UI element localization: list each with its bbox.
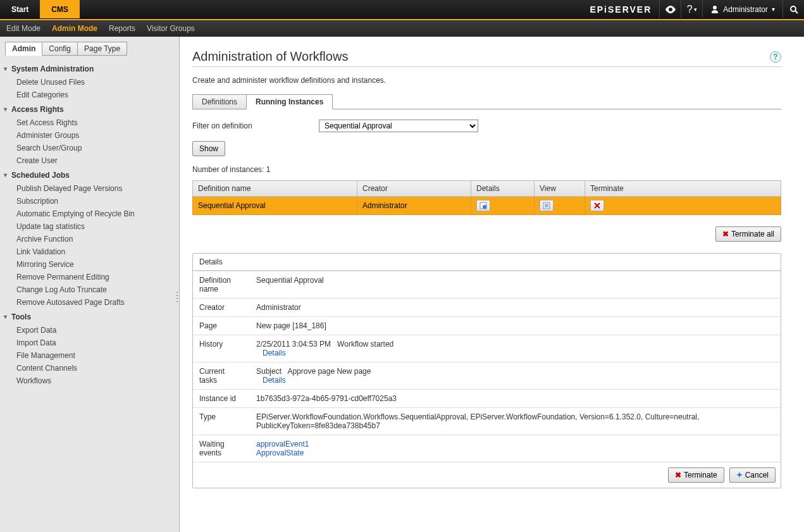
terminate-all-button[interactable]: ✖ Terminate all <box>715 226 781 242</box>
user-icon <box>710 5 719 14</box>
tab-cms[interactable]: CMS <box>40 0 80 18</box>
sidebar-tabs: Admin Config Page Type <box>5 42 174 56</box>
details-panel: Details Definition name Sequential Appro… <box>192 253 781 488</box>
sidebar-item[interactable]: Remove Permanent Editing <box>0 271 179 283</box>
terminate-button[interactable]: ✖ Terminate <box>668 467 724 483</box>
subnav-visitor-groups[interactable]: Visitor Groups <box>147 24 195 33</box>
sidebar-item[interactable]: Mirroring Service <box>0 258 179 271</box>
details-title: Details <box>193 254 781 271</box>
sidebar-item[interactable]: Change Log Auto Truncate <box>0 283 179 296</box>
sidebar-item[interactable]: Update tag statistics <box>0 220 179 233</box>
page-subtitle: Create and administer workflow definitio… <box>192 76 781 85</box>
filter-select[interactable]: Sequential Approval <box>319 120 478 132</box>
sidebar-item[interactable]: Workflows <box>0 374 179 387</box>
tab-running-instances[interactable]: Running Instances <box>246 94 333 109</box>
sidebar-item[interactable]: Delete Unused Files <box>0 76 179 89</box>
cancel-button[interactable]: ✦ Cancel <box>729 467 776 483</box>
sidebar-item[interactable]: Link Validation <box>0 245 179 258</box>
sidebar-item[interactable]: Archive Function <box>0 233 179 245</box>
detail-waiting-label: Waiting events <box>193 435 250 462</box>
col-terminate: Terminate <box>585 181 781 197</box>
history-details-link[interactable]: Details <box>263 349 286 357</box>
tab-start[interactable]: Start <box>0 0 40 18</box>
sidebar-group-head[interactable]: System Administration <box>0 61 179 76</box>
sidebar-tab-config[interactable]: Config <box>42 42 78 56</box>
detail-waiting: approvalEvent1 ApprovalState <box>250 435 781 462</box>
sidebar-group-head[interactable]: Scheduled Jobs <box>0 167 179 182</box>
tab-definitions[interactable]: Definitions <box>192 94 247 109</box>
x-icon: ✖ <box>675 471 681 479</box>
subnav-admin-mode[interactable]: Admin Mode <box>52 24 97 33</box>
col-view: View <box>535 181 585 197</box>
detail-instance: 1b7635d3-972a-4b65-9791-cd0eff7025a3 <box>250 390 781 408</box>
subnav-edit-mode[interactable]: Edit Mode <box>6 24 40 33</box>
app-tabs: Start CMS <box>0 0 80 18</box>
page-title: Administration of Workflows <box>192 49 770 64</box>
col-details: Details <box>471 181 535 197</box>
topbar: Start CMS EPiSERVER ? ▾ Administrator ▾ <box>0 0 804 19</box>
sidebar-tab-page-type[interactable]: Page Type <box>77 42 127 56</box>
detail-page-label: Page <box>193 317 250 335</box>
sidebar-item[interactable]: Remove Autosaved Page Drafts <box>0 296 179 309</box>
sidebar-drag-handle[interactable] <box>175 285 180 310</box>
sidebar-item[interactable]: Administer Groups <box>0 129 179 142</box>
cell-definition-name: Sequential Approval <box>193 197 357 215</box>
col-creator: Creator <box>357 181 471 197</box>
sidebar-group-head[interactable]: Access Rights <box>0 101 179 116</box>
sidebar-item[interactable]: Export Data <box>0 324 179 337</box>
cancel-label: Cancel <box>745 471 769 479</box>
sidebar-item[interactable]: Set Access Rights <box>0 116 179 129</box>
subnav-reports[interactable]: Reports <box>109 24 135 33</box>
col-definition-name: Definition name <box>193 181 357 197</box>
sidebar-item[interactable]: Content Channels <box>0 362 179 374</box>
detail-type: EPiServer.WorkflowFoundation.Workflows.S… <box>250 408 781 435</box>
filter-label: Filter on definition <box>192 121 319 130</box>
detail-tasks-label: Current tasks <box>193 362 250 390</box>
sidebar-item[interactable]: File Management <box>0 349 179 362</box>
waiting-event-1-link[interactable]: approvalEvent1 <box>256 440 309 448</box>
svg-rect-5 <box>545 204 548 207</box>
search-icon[interactable] <box>782 0 804 18</box>
help-icon[interactable]: ? ▾ <box>681 0 702 18</box>
detail-creator: Administrator <box>250 299 781 317</box>
eye-icon[interactable] <box>659 0 681 18</box>
sidebar-item[interactable]: Edit Categories <box>0 89 179 101</box>
svg-point-3 <box>483 205 486 209</box>
sidebar-item[interactable]: Automatic Emptying of Recycle Bin <box>0 207 179 220</box>
topbar-right: EPiSERVER ? ▾ Administrator ▾ <box>582 0 804 18</box>
sidebar: Admin Config Page Type System Administra… <box>0 37 180 532</box>
instance-table: Definition name Creator Details View Ter… <box>192 180 781 215</box>
x-icon: ✖ <box>722 230 729 238</box>
cell-creator: Administrator <box>357 197 471 215</box>
detail-type-label: Type <box>193 408 250 435</box>
svg-line-1 <box>795 11 798 13</box>
sidebar-item[interactable]: Publish Delayed Page Versions <box>0 182 179 195</box>
show-button[interactable]: Show <box>192 141 225 156</box>
view-icon[interactable] <box>540 200 554 211</box>
page-help-icon[interactable]: ? <box>770 51 781 63</box>
svg-point-0 <box>791 6 796 11</box>
detail-history-label: History <box>193 335 250 362</box>
main-content: Administration of Workflows ? Create and… <box>180 37 804 532</box>
waiting-event-2-link[interactable]: ApprovalState <box>256 448 304 457</box>
logo: EPiSERVER <box>582 4 659 15</box>
detail-history: 2/25/2011 3:04:53 PM Workflow started De… <box>250 335 781 362</box>
terminate-icon[interactable] <box>590 200 604 211</box>
details-icon[interactable] <box>476 200 490 211</box>
sidebar-tab-admin[interactable]: Admin <box>5 42 42 56</box>
detail-instance-label: Instance id <box>193 390 250 408</box>
sidebar-item[interactable]: Import Data <box>0 337 179 349</box>
terminate-all-label: Terminate all <box>731 230 774 238</box>
instance-count: Number of instances: 1 <box>192 165 781 174</box>
sidebar-group-head[interactable]: Tools <box>0 309 179 324</box>
detail-page: New page [184_186] <box>250 317 781 335</box>
sidebar-item[interactable]: Create User <box>0 154 179 167</box>
cancel-icon: ✦ <box>736 471 743 479</box>
detail-creator-label: Creator <box>193 299 250 317</box>
user-name-label: Administrator <box>723 5 768 14</box>
sidebar-item[interactable]: Search User/Group <box>0 142 179 154</box>
sidebar-item[interactable]: Subscription <box>0 195 179 207</box>
user-menu[interactable]: Administrator ▾ <box>702 0 782 18</box>
table-row[interactable]: Sequential Approval Administrator <box>193 197 781 215</box>
tasks-details-link[interactable]: Details <box>263 376 286 385</box>
